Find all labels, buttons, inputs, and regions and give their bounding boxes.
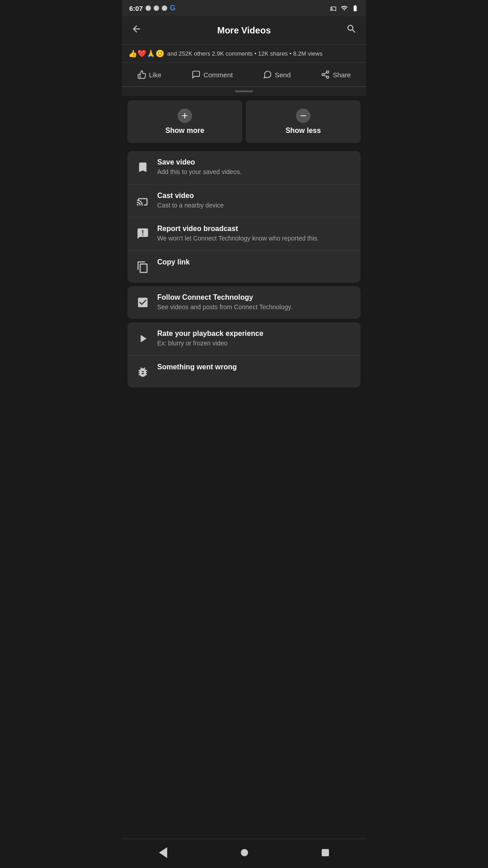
share-label: Share [333, 71, 351, 79]
show-more-label: Show more [165, 127, 204, 135]
follow-title: Follow Connect Technology [157, 293, 353, 302]
cast-video-item[interactable]: Cast video Cast to a nearby device [127, 184, 361, 218]
menu-section-1: Save video Add this to your saved videos… [127, 151, 361, 283]
show-buttons-container: Show more Show less [122, 96, 366, 147]
copy-link-item[interactable]: Copy link [127, 251, 361, 283]
follow-content: Follow Connect Technology See videos and… [157, 293, 353, 312]
something-wrong-content: Something went wrong [157, 363, 353, 373]
comment-label: Comment [203, 71, 233, 79]
copy-link-content: Copy link [157, 258, 353, 268]
show-less-button[interactable]: Show less [246, 100, 361, 143]
status-dot-2 [154, 5, 159, 11]
like-button[interactable]: Like [132, 67, 167, 82]
follow-icon [135, 294, 151, 311]
search-button[interactable] [344, 22, 359, 39]
wifi-icon [341, 5, 348, 12]
menu-section-2: Follow Connect Technology See videos and… [127, 286, 361, 319]
svg-line-4 [324, 72, 327, 74]
status-dot-3 [162, 5, 167, 11]
top-nav: More Videos [122, 16, 366, 45]
stats-text: and 252K others 2.9K comments • 12K shar… [167, 50, 323, 57]
svg-point-1 [322, 74, 324, 76]
page-title: More Videos [217, 25, 271, 36]
report-video-content: Report video broadcast We won't let Conn… [157, 225, 353, 243]
copy-link-icon [135, 259, 151, 275]
rate-playback-icon [135, 330, 151, 347]
battery-icon [352, 5, 359, 12]
back-button[interactable] [129, 22, 144, 39]
report-video-item[interactable]: Report video broadcast We won't let Conn… [127, 217, 361, 251]
show-more-button[interactable]: Show more [127, 100, 242, 143]
menu-section-3: Rate your playback experience Ex: blurry… [127, 322, 361, 387]
svg-line-3 [324, 75, 327, 76]
save-video-content: Save video Add this to your saved videos… [157, 158, 353, 177]
report-video-icon [135, 226, 151, 242]
save-video-item[interactable]: Save video Add this to your saved videos… [127, 151, 361, 184]
rate-playback-item[interactable]: Rate your playback experience Ex: blurry… [127, 322, 361, 356]
save-video-subtitle: Add this to your saved videos. [157, 168, 353, 177]
send-button[interactable]: Send [258, 67, 296, 82]
status-dot-1 [145, 5, 151, 11]
cast-video-subtitle: Cast to a nearby device [157, 201, 353, 210]
status-left: 6:07 G [129, 4, 175, 12]
report-video-subtitle: We won't let Connect Technology know who… [157, 234, 353, 243]
save-video-icon [135, 159, 151, 175]
save-video-title: Save video [157, 158, 353, 166]
status-time: 6:07 [129, 5, 143, 12]
svg-point-2 [327, 76, 329, 78]
status-bar: 6:07 G [122, 0, 366, 16]
like-label: Like [149, 71, 162, 79]
scroll-indicator [122, 87, 366, 96]
cast-status-icon [330, 5, 337, 12]
show-more-icon [178, 108, 192, 123]
scroll-bar [235, 90, 253, 92]
rate-playback-content: Rate your playback experience Ex: blurry… [157, 330, 353, 348]
show-less-label: Show less [286, 127, 321, 135]
send-label: Send [275, 71, 291, 79]
cast-video-content: Cast video Cast to a nearby device [157, 192, 353, 210]
google-icon: G [170, 4, 175, 12]
stats-bar: 👍❤️🙏🙂 and 252K others 2.9K comments • 12… [122, 45, 366, 63]
status-right [330, 5, 359, 12]
cast-video-icon [135, 193, 151, 209]
cast-video-title: Cast video [157, 192, 353, 200]
reaction-icons: 👍❤️🙏🙂 [128, 49, 164, 58]
show-less-icon [296, 108, 310, 123]
copy-link-title: Copy link [157, 258, 353, 266]
action-bar: Like Comment Send Share [122, 63, 366, 87]
something-wrong-title: Something went wrong [157, 363, 353, 371]
follow-item[interactable]: Follow Connect Technology See videos and… [127, 286, 361, 319]
follow-subtitle: See videos and posts from Connect Techno… [157, 303, 353, 312]
content-area: 👍❤️🙏🙂 and 252K others 2.9K comments • 12… [122, 45, 366, 423]
bug-icon [135, 364, 151, 380]
share-button[interactable]: Share [315, 67, 356, 82]
svg-point-0 [327, 71, 329, 73]
something-wrong-item[interactable]: Something went wrong [127, 356, 361, 387]
comment-button[interactable]: Comment [186, 67, 238, 82]
report-video-title: Report video broadcast [157, 225, 353, 233]
rate-playback-title: Rate your playback experience [157, 330, 353, 338]
rate-playback-subtitle: Ex: blurry or frozen video [157, 339, 353, 348]
